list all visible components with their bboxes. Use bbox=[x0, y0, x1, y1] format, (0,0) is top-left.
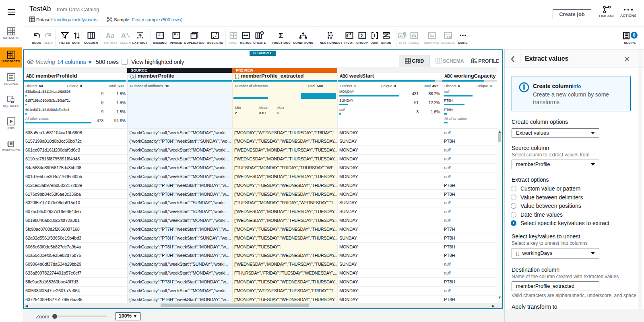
svg-text:Σ: Σ bbox=[360, 33, 363, 39]
svg-text:Aa: Aa bbox=[106, 32, 114, 39]
svg-text:A: A bbox=[121, 32, 126, 39]
svg-text:101: 101 bbox=[447, 36, 452, 39]
svg-text:Σ: Σ bbox=[279, 31, 283, 39]
